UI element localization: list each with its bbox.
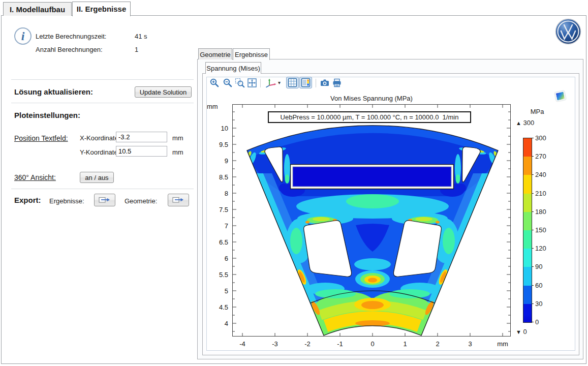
grid-icon xyxy=(287,77,298,88)
last-calc-time-label: Letzte Berechnungszeit: xyxy=(36,33,106,40)
colorbar-tick xyxy=(532,322,534,322)
plot-settings-heading: Ploteinstellungen: xyxy=(14,111,80,119)
x-tick-label: -2 xyxy=(304,340,311,348)
export-geometry-label: Geometrie: xyxy=(125,197,157,205)
zoom-out-icon[interactable] xyxy=(223,78,233,88)
legend-max-value: 300 xyxy=(523,119,535,127)
y-tick-label: 8 xyxy=(225,190,228,197)
x-tick-label: 1 xyxy=(403,340,407,348)
y-tick-label: 6 xyxy=(225,255,228,262)
legend-tick-label: 120 xyxy=(535,245,546,252)
legend-tick-label: 240 xyxy=(535,171,546,178)
svg-text:i: i xyxy=(21,29,25,43)
colorbar-tick xyxy=(532,138,534,138)
y-tick-label: 5 xyxy=(225,287,228,295)
x-tick-label: -1 xyxy=(337,340,343,348)
x-tick-label: 2 xyxy=(436,340,439,348)
grid-toggle-button[interactable] xyxy=(286,77,299,88)
viewer-tab-geometrie[interactable]: Geometrie xyxy=(198,48,232,59)
colorbar-tick xyxy=(532,211,534,212)
tab-modellaufbau[interactable]: I. Modellaufbau xyxy=(3,2,72,16)
chevron-down-icon[interactable]: ▾ xyxy=(278,80,281,85)
y-coordinate-label: Y-Koordinate: xyxy=(80,148,119,156)
y-tick-label: 10 xyxy=(221,125,228,132)
export-icon xyxy=(99,196,111,204)
update-solution-button[interactable]: Update Solution xyxy=(135,86,192,98)
x-coordinate-unit: mm xyxy=(172,134,183,142)
last-calc-time-value: 41 s xyxy=(135,33,147,40)
tab-ergebnisse[interactable]: II. Ergebnisse xyxy=(72,2,131,16)
export-icon xyxy=(172,196,184,204)
colorbar-tick xyxy=(532,193,534,194)
colorbar-tick xyxy=(532,174,534,175)
legend-max: ▲ 300 xyxy=(516,119,534,127)
x-tick-label: 3 xyxy=(468,340,472,348)
color-scale-bar xyxy=(523,138,532,323)
x-tick-label: 0 xyxy=(370,340,374,348)
vw-logo xyxy=(555,18,581,47)
separator xyxy=(11,189,194,189)
color-legend-icon xyxy=(300,77,312,88)
legend-tick-label: 300 xyxy=(535,134,546,142)
calc-count-value: 1 xyxy=(135,46,138,53)
toolbar-separator xyxy=(260,79,261,87)
legend-tick-label: 60 xyxy=(535,282,542,289)
view-360-toggle-button[interactable]: an / aus xyxy=(80,172,114,183)
x-tick-label: -4 xyxy=(239,340,245,348)
y-tick-label: 8.5 xyxy=(219,173,228,181)
update-solution-label: Lösung aktualisieren: xyxy=(14,87,93,96)
view-orientation-icon[interactable] xyxy=(264,78,277,88)
legend-unit: MPa xyxy=(526,108,548,115)
colorbar-tick xyxy=(532,156,534,157)
x-coordinate-label: X-Koordinate: xyxy=(80,134,120,142)
y-tick-label: 7 xyxy=(225,222,228,230)
toolbar-separator xyxy=(316,79,316,87)
export-heading: Export: xyxy=(14,196,41,204)
snapshot-camera-icon[interactable] xyxy=(320,78,330,88)
app-root: I. Modellaufbau II. Ergebnisse i Letzte … xyxy=(0,0,588,366)
color-legend-toggle-button[interactable] xyxy=(299,77,312,88)
y-tick-label: 6.5 xyxy=(219,238,228,246)
legend-tick-label: 0 xyxy=(535,318,539,326)
legend-tick-label: 30 xyxy=(535,300,542,308)
legend-tick-label: 150 xyxy=(535,226,546,234)
triangle-up-icon: ▲ xyxy=(516,120,521,126)
calc-count-label: Anzahl Berechnungen: xyxy=(36,46,103,53)
stress-contour-plot[interactable]: 10 9.5 9 8.5 8 7.5 7 6.5 6 5.5 5 4.5 4 -… xyxy=(203,100,518,351)
zoom-box-icon[interactable] xyxy=(235,78,245,88)
plot-update-icon[interactable] xyxy=(554,90,566,102)
print-icon[interactable] xyxy=(332,78,342,88)
zoom-extents-icon[interactable] xyxy=(247,78,257,88)
plot-tab-spannung-mises[interactable]: Spannung (Mises) xyxy=(205,62,261,74)
colorbar-tick xyxy=(532,303,534,304)
legend-min-value: 0 xyxy=(523,328,527,336)
y-tick-label: 7.5 xyxy=(219,206,228,214)
y-coordinate-unit: mm xyxy=(172,148,183,156)
legend-tick-label: 210 xyxy=(535,190,546,197)
textfield-position-label: Position Textfeld: xyxy=(14,134,68,142)
y-coordinate-input[interactable] xyxy=(116,146,167,157)
y-tick-label: 9.5 xyxy=(219,141,228,148)
viewer-tab-ergebnisse[interactable]: Ergebnisse xyxy=(233,48,270,60)
colorbar-tick xyxy=(532,285,534,286)
colorbar-tick xyxy=(532,248,534,249)
colorbar-tick xyxy=(532,230,534,230)
legend-min: ▼ 0 xyxy=(516,328,527,336)
y-tick-label: 4 xyxy=(225,320,228,327)
plot-annotation: UebPress = 10.0000 µm, T = 100.000 °C, n… xyxy=(268,111,471,123)
legend-tick-label: 270 xyxy=(535,152,546,160)
info-icon: i xyxy=(14,27,32,45)
triangle-down-icon: ▼ xyxy=(516,329,521,335)
y-axis-unit: mm xyxy=(207,103,218,110)
x-axis-unit: mm xyxy=(497,340,508,348)
legend-tick-label: 180 xyxy=(535,208,546,216)
separator xyxy=(11,79,194,80)
legend-tick-label: 90 xyxy=(535,263,542,270)
export-geometry-button[interactable] xyxy=(168,194,189,206)
colorbar-tick xyxy=(532,266,534,267)
x-coordinate-input[interactable] xyxy=(116,132,167,142)
y-tick-label: 9 xyxy=(225,157,228,165)
zoom-in-icon[interactable] xyxy=(209,78,220,88)
export-results-button[interactable] xyxy=(94,194,115,206)
y-tick-label: 5.5 xyxy=(219,271,228,279)
